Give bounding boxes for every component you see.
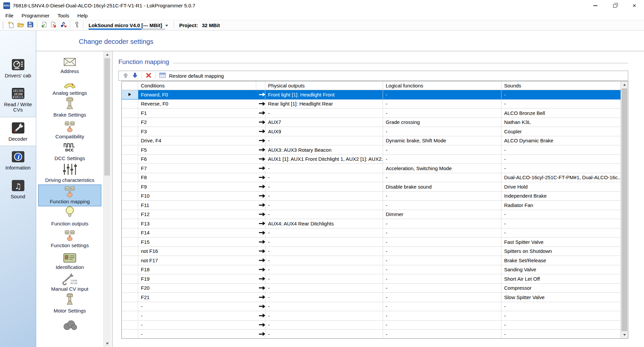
row-selector-cell[interactable]: [122, 192, 138, 201]
restore-button[interactable]: [605, 0, 625, 11]
restore-default-mapping-button[interactable]: [158, 72, 167, 80]
physical-outputs-cell[interactable]: -: [265, 330, 383, 338]
physical-outputs-cell[interactable]: -: [265, 284, 383, 293]
conditions-cell[interactable]: Drive, F4: [138, 136, 256, 145]
logical-functions-cell[interactable]: -: [383, 237, 501, 247]
logical-functions-cell[interactable]: -: [383, 265, 501, 274]
conditions-cell[interactable]: not F16: [138, 247, 256, 256]
scroll-down-button[interactable]: [621, 332, 628, 338]
sounds-cell[interactable]: -: [501, 321, 621, 330]
row-selector-cell[interactable]: [122, 321, 138, 330]
menu-help[interactable]: Help: [73, 12, 92, 19]
mapping-row-6[interactable]: Drive, F4-Dynamic brake, Shift ModeALCO …: [122, 136, 621, 146]
mapping-row-21[interactable]: F19--Short Air Let Off: [122, 274, 621, 284]
logical-functions-cell[interactable]: -: [383, 256, 501, 265]
conditions-cell[interactable]: F7: [138, 164, 256, 173]
logical-functions-cell[interactable]: -: [383, 201, 501, 210]
mapping-row-7[interactable]: F5AUX3: AUX3 Rotary Beacon--: [122, 145, 621, 155]
physical-outputs-cell[interactable]: -: [265, 192, 383, 201]
settings-nav-item-compatibility[interactable]: F1F2Compatibility: [38, 119, 101, 141]
mapping-row-22[interactable]: F20--Compressor: [122, 284, 621, 293]
logical-functions-cell[interactable]: -: [383, 302, 501, 311]
settings-nav-item-smoke-unit[interactable]: [38, 315, 101, 335]
decoder-type-dropdown[interactable]: LokSound micro V4.0 [--- MBit]: [85, 20, 172, 30]
sounds-cell[interactable]: Sanding Valve: [501, 265, 621, 274]
sounds-cell[interactable]: Spitters on Shutdown: [501, 247, 621, 256]
settings-nav-item-brake-settings[interactable]: Brake Settings: [38, 97, 101, 119]
new-project-button[interactable]: [6, 21, 16, 30]
row-selector-cell[interactable]: [122, 219, 138, 228]
physical-outputs-cell[interactable]: AUX1 [1]: AUX1 Front Ditchlight 1, AUX2 …: [265, 155, 383, 164]
logical-functions-cell[interactable]: Acceleration, Switching Mode: [383, 164, 501, 173]
logical-functions-cell[interactable]: -: [383, 192, 501, 201]
row-selector-cell[interactable]: [122, 99, 138, 109]
mapping-row-11[interactable]: F9-Disable brake soundDrive Hold: [122, 182, 621, 192]
logical-functions-cell[interactable]: -: [383, 321, 501, 330]
logical-functions-cell[interactable]: Grade crossing: [383, 118, 501, 127]
mapping-row-4[interactable]: F2AUX7Grade crossingNathan K3L: [122, 118, 621, 127]
logical-functions-cell[interactable]: -: [383, 90, 501, 99]
physical-outputs-cell[interactable]: -: [265, 237, 383, 247]
sounds-cell[interactable]: -: [501, 210, 621, 219]
sounds-cell[interactable]: Nathan K3L: [501, 118, 621, 127]
restore-default-mapping-label[interactable]: Restore default mapping: [167, 73, 224, 79]
scroll-down-button[interactable]: [104, 340, 111, 347]
menu-file[interactable]: File: [1, 12, 17, 19]
physical-outputs-cell[interactable]: -: [265, 256, 383, 265]
sounds-cell[interactable]: -: [501, 228, 621, 237]
logical-functions-cell[interactable]: -: [383, 274, 501, 283]
logical-functions-cell[interactable]: -: [383, 127, 501, 136]
mapping-row-14[interactable]: F12-Dimmer-: [122, 210, 621, 219]
physical-outputs-cell[interactable]: -: [265, 182, 383, 191]
settings-nav-item-motor-settings[interactable]: Motor Settings: [38, 293, 101, 315]
column-header-conditions[interactable]: Conditions: [138, 81, 256, 90]
row-selector-cell[interactable]: [122, 109, 138, 118]
row-selector-cell[interactable]: [122, 164, 138, 173]
mapping-row-8[interactable]: F6AUX1 [1]: AUX1 Front Ditchlight 1, AUX…: [122, 155, 621, 164]
physical-outputs-cell[interactable]: -: [265, 201, 383, 210]
sounds-cell[interactable]: Dual-ALCO-16cyl-251C-FT-PM#1, Dual-ALCO-…: [501, 173, 621, 182]
conditions-cell[interactable]: F5: [138, 145, 256, 154]
physical-outputs-cell[interactable]: -: [265, 109, 383, 118]
write-to-decoder-button[interactable]: [49, 21, 58, 30]
conditions-cell[interactable]: F11: [138, 201, 256, 210]
logical-functions-cell[interactable]: Dimmer: [383, 210, 501, 219]
mapping-row-13[interactable]: F11--Radiator Fan: [122, 201, 621, 210]
logical-functions-cell[interactable]: -: [383, 155, 501, 164]
conditions-cell[interactable]: F12: [138, 210, 256, 219]
conditions-cell[interactable]: F3: [138, 127, 256, 136]
move-row-down-button[interactable]: [130, 72, 139, 80]
mapping-row-15[interactable]: F13AUX4: AUX4 Rear Ditchlights--: [122, 219, 621, 228]
physical-outputs-cell[interactable]: -: [265, 265, 383, 274]
programmer-connection-button[interactable]: [72, 21, 82, 30]
row-selector-cell[interactable]: [122, 173, 138, 182]
sounds-cell[interactable]: Coupler: [501, 127, 621, 136]
physical-outputs-cell[interactable]: AUX9: [265, 127, 383, 136]
left-nav-item-drivers-cab[interactable]: Drivers' cab: [0, 54, 36, 83]
physical-outputs-cell[interactable]: AUX7: [265, 118, 383, 127]
conditions-cell[interactable]: F2: [138, 118, 256, 127]
sounds-cell[interactable]: -: [501, 330, 621, 338]
row-selector-cell[interactable]: [122, 201, 138, 210]
sounds-cell[interactable]: Short Air Let Off: [501, 274, 621, 283]
conditions-cell[interactable]: not F17: [138, 256, 256, 265]
open-project-button[interactable]: [16, 21, 25, 30]
conditions-cell[interactable]: F9: [138, 182, 256, 191]
mapping-row-3[interactable]: F1--ALCO Bronze Bell: [122, 109, 621, 118]
mapping-row-27[interactable]: ----: [122, 330, 621, 338]
logical-functions-cell[interactable]: -: [383, 99, 501, 109]
column-header-sounds[interactable]: Sounds: [501, 81, 621, 90]
row-selector-cell[interactable]: [122, 155, 138, 164]
physical-outputs-cell[interactable]: AUX3: AUX3 Rotary Beacon: [265, 145, 383, 154]
row-selector-cell[interactable]: [122, 330, 138, 338]
mapping-row-26[interactable]: ----: [122, 321, 621, 330]
logical-functions-cell[interactable]: -: [383, 330, 501, 338]
physical-outputs-cell[interactable]: -: [265, 228, 383, 237]
physical-outputs-cell[interactable]: -: [265, 136, 383, 145]
logical-functions-cell[interactable]: -: [383, 293, 501, 302]
settings-nav-item-function-outputs[interactable]: Function outputs: [38, 206, 101, 228]
conditions-cell[interactable]: -: [138, 330, 256, 338]
settings-nav-item-analog-settings[interactable]: Analog settings: [38, 76, 101, 97]
conditions-cell[interactable]: F19: [138, 274, 256, 283]
row-selector-cell[interactable]: [122, 302, 138, 311]
